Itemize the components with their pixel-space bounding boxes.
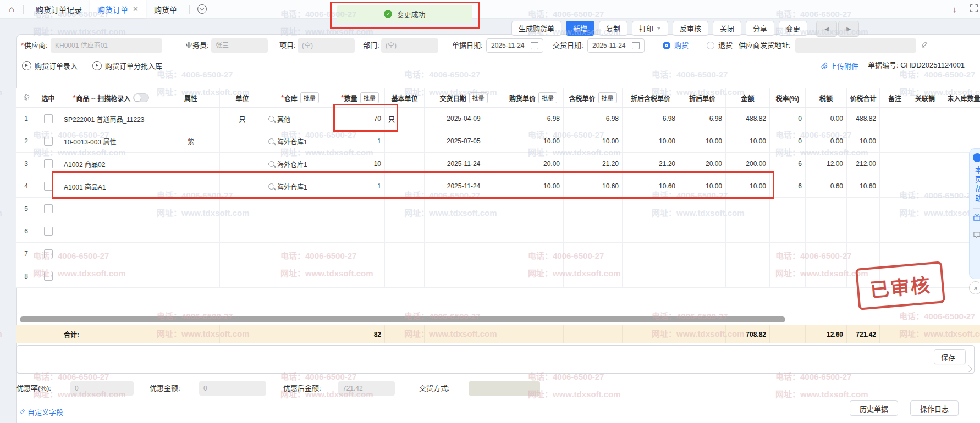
calendar-icon[interactable] bbox=[632, 42, 640, 49]
search-icon[interactable] bbox=[268, 183, 274, 190]
close-icon[interactable]: ✕ bbox=[133, 5, 139, 13]
ship-address-field[interactable] bbox=[795, 38, 916, 53]
cell-warehouse[interactable]: 海外仓库1 bbox=[265, 175, 335, 197]
order-entry-link[interactable]: 购货订单录入 bbox=[22, 59, 78, 71]
home-icon[interactable]: ⌂ bbox=[4, 3, 19, 16]
row-checkbox[interactable] bbox=[44, 249, 53, 258]
cell-product[interactable]: 10-0013-003 属性 bbox=[60, 130, 162, 152]
next-record-button[interactable]: ▶ bbox=[838, 21, 859, 37]
supplier-field[interactable]: KH0001 供应商01 bbox=[51, 38, 162, 53]
cell-price[interactable]: 20.00 bbox=[503, 153, 564, 175]
history-dropdown-icon[interactable] bbox=[197, 4, 207, 14]
cell-disctax_price[interactable]: 21.20 bbox=[623, 153, 679, 175]
order-batch-inbound-link[interactable]: 购货订单分批入库 bbox=[92, 59, 162, 71]
batch-button[interactable]: 批量 bbox=[598, 92, 617, 103]
cell-qty[interactable]: 1 bbox=[335, 130, 385, 152]
tab-purchase-order[interactable]: 购货订单✕ bbox=[90, 0, 146, 18]
download-icon[interactable]: ↓ bbox=[953, 4, 957, 14]
cell-taxprice[interactable]: 21.20 bbox=[564, 153, 623, 175]
upload-attachment-link[interactable]: 上传附件 bbox=[821, 59, 858, 71]
horizontal-scrollbar[interactable] bbox=[20, 316, 785, 322]
change-button[interactable]: 变更 bbox=[779, 21, 807, 36]
row-checkbox[interactable] bbox=[44, 114, 53, 123]
share-button[interactable]: 分享 bbox=[746, 21, 774, 36]
department-field[interactable]: (空) bbox=[381, 38, 438, 53]
feedback-icon[interactable] bbox=[973, 231, 980, 239]
batch-button[interactable]: 批量 bbox=[300, 92, 319, 103]
delivery-date-field[interactable]: 2025-11-24 bbox=[587, 38, 645, 53]
cell-total[interactable]: 488.82 bbox=[847, 108, 880, 130]
cell-taxamount[interactable]: 0.00 bbox=[806, 130, 847, 152]
cell-taxrate[interactable]: 0 bbox=[770, 108, 806, 130]
add-button[interactable]: 新增 bbox=[566, 21, 594, 36]
cell-discprice[interactable]: 20.00 bbox=[679, 153, 726, 175]
cell-deliverydate[interactable]: 2025-11-24 bbox=[425, 175, 503, 197]
cell-qty[interactable]: 10 bbox=[335, 153, 385, 175]
prev-record-button[interactable]: ◀ bbox=[816, 21, 837, 37]
cell-price[interactable]: 10.00 bbox=[503, 130, 564, 152]
cell-total[interactable]: 10.60 bbox=[847, 175, 880, 197]
cell-amount[interactable]: 200.00 bbox=[726, 153, 770, 175]
row-checkbox[interactable] bbox=[44, 272, 53, 281]
cell-amount[interactable]: 10.00 bbox=[726, 175, 770, 197]
search-icon[interactable] bbox=[268, 138, 274, 144]
cell-unit[interactable]: 只 bbox=[220, 108, 265, 130]
cell-taxrate[interactable]: 6 bbox=[770, 175, 806, 197]
cell-qty[interactable]: 70 bbox=[335, 108, 385, 130]
cell-discprice[interactable]: 10.00 bbox=[679, 175, 726, 197]
cell-warehouse[interactable]: 海外仓库1 bbox=[265, 130, 335, 152]
cell-taxamount[interactable]: 0.00 bbox=[806, 108, 847, 130]
cell-taxprice[interactable]: 10.00 bbox=[564, 130, 623, 152]
unapprove-button[interactable]: 反审核 bbox=[673, 21, 708, 36]
cell-warehouse[interactable]: 其他 bbox=[265, 108, 335, 130]
generate-purchase-bill-button[interactable]: 生成购货单 bbox=[511, 21, 561, 36]
discount-amount-field[interactable]: 0 bbox=[199, 381, 266, 396]
cell-amount[interactable]: 488.82 bbox=[726, 108, 770, 130]
cell-total[interactable]: 212.00 bbox=[847, 153, 880, 175]
edit-address-icon[interactable] bbox=[921, 41, 928, 51]
cell-product[interactable]: SP222001 普通商品_11223 bbox=[60, 108, 162, 130]
search-icon[interactable] bbox=[268, 116, 274, 122]
cell-price[interactable]: 10.00 bbox=[503, 175, 564, 197]
cell-baseunit[interactable]: 只 bbox=[385, 108, 425, 130]
salesman-field[interactable]: 张三 bbox=[211, 38, 268, 53]
doc-date-field[interactable]: 2025-11-24 bbox=[486, 38, 543, 53]
fullscreen-icon[interactable] bbox=[970, 4, 978, 14]
help-widget[interactable]: 本页帮助 bbox=[969, 148, 980, 279]
cell-attr[interactable]: 紫 bbox=[162, 130, 220, 152]
custom-fields-link[interactable]: 自定义字段 bbox=[19, 407, 63, 417]
row-checkbox[interactable] bbox=[44, 227, 53, 236]
operation-log-button[interactable]: 操作日志 bbox=[910, 400, 959, 416]
discount-rate-field[interactable]: 0 bbox=[70, 381, 134, 396]
cell-taxrate[interactable]: 0 bbox=[770, 130, 806, 152]
row-checkbox[interactable] bbox=[44, 159, 53, 168]
save-button[interactable]: 保存 bbox=[934, 349, 966, 364]
batch-button[interactable]: 批量 bbox=[538, 92, 557, 103]
cell-discprice[interactable]: 6.98 bbox=[679, 108, 726, 130]
cell-taxprice[interactable]: 10.60 bbox=[564, 175, 623, 197]
after-discount-field[interactable]: 721.42 bbox=[338, 381, 395, 396]
cell-qty[interactable]: 1 bbox=[335, 175, 385, 197]
row-checkbox[interactable] bbox=[44, 182, 53, 191]
scan-gun-toggle[interactable] bbox=[133, 93, 149, 102]
column-settings-gear-icon[interactable] bbox=[16, 88, 36, 107]
cell-discprice[interactable]: 10.00 bbox=[679, 130, 726, 152]
calendar-icon[interactable] bbox=[531, 42, 538, 49]
radio-purchase[interactable] bbox=[663, 42, 670, 49]
cell-taxrate[interactable]: 6 bbox=[770, 153, 806, 175]
batch-button[interactable]: 批量 bbox=[360, 92, 379, 103]
project-field[interactable]: (空) bbox=[298, 38, 355, 53]
cell-disctax_price[interactable]: 10.60 bbox=[623, 175, 679, 197]
batch-button[interactable]: 批量 bbox=[469, 92, 488, 103]
delivery-method-field[interactable] bbox=[469, 381, 540, 396]
radio-return[interactable] bbox=[707, 42, 714, 49]
cell-taxamount[interactable]: 12.00 bbox=[806, 153, 847, 175]
row-checkbox[interactable] bbox=[44, 137, 53, 146]
cell-product[interactable]: A1001 商品A1 bbox=[60, 175, 162, 197]
cell-amount[interactable]: 10.00 bbox=[726, 130, 770, 152]
cell-disctax_price[interactable]: 10.00 bbox=[623, 130, 679, 152]
tab-purchase-order-records[interactable]: 购货订单记录 bbox=[28, 0, 90, 18]
row-checkbox[interactable] bbox=[44, 204, 53, 213]
cell-price[interactable]: 6.98 bbox=[503, 108, 564, 130]
copy-button[interactable]: 复制 bbox=[599, 21, 627, 36]
